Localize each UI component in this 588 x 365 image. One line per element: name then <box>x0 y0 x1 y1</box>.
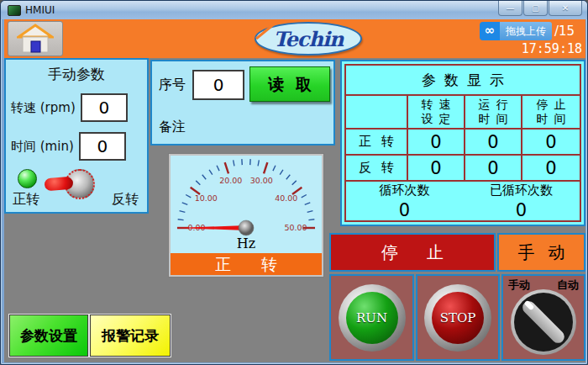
app-window: HMIUI — ▢ ✕ Techin ∞ 拖拽上传 /15 17:59:18 <box>0 0 588 365</box>
rotary-cell: 手动 自动 <box>501 274 585 361</box>
time-label: 时间 (min) <box>11 139 74 155</box>
stop-pushbutton-label: STOP <box>440 310 476 325</box>
direction-toggle[interactable] <box>58 166 95 203</box>
run-pushbutton-label: RUN <box>356 310 387 325</box>
forward-runtime-value: 0 <box>465 130 521 154</box>
stop-pushbutton[interactable]: STOP <box>424 284 491 352</box>
cycle-count-label: 循环次数 <box>346 182 463 198</box>
rotary-auto-label: 自动 <box>557 278 579 293</box>
svg-text:10.00: 10.00 <box>195 193 218 203</box>
col-header-run-line2: 时间 <box>473 112 514 126</box>
read-button[interactable]: 读取 <box>249 66 330 102</box>
speed-row: 转速 (rpm) <box>11 93 128 122</box>
reverse-label: 反转 <box>112 191 139 209</box>
minimize-icon: — <box>507 3 515 13</box>
run-pushbutton[interactable]: RUN <box>339 284 406 352</box>
param-settings-button[interactable]: 参数设置 <box>9 315 88 357</box>
row-label-forward: 正转 <box>346 130 407 154</box>
gauge-status-bar: 正转 <box>171 253 322 275</box>
forward-led <box>18 169 37 188</box>
time-row: 时间 (min) <box>11 132 126 161</box>
rotary-switch[interactable] <box>511 289 576 355</box>
forward-label: 正转 <box>13 191 39 209</box>
cycled-count-block: 已循环次数 0 <box>463 182 580 220</box>
gauge-needle <box>176 225 246 230</box>
hz-gauge: 0.0010.0020.0030.0040.0050.00Hz <box>171 156 322 251</box>
window-controls: — ▢ ✕ <box>497 1 582 16</box>
col-header-speed-line2: 设定 <box>416 112 457 126</box>
stop-button[interactable]: 停止 <box>329 233 496 272</box>
col-header-speed-line1: 转速 <box>416 98 457 112</box>
upload-badge-label: 拖拽上传 <box>500 22 552 40</box>
reverse-speed-value: 0 <box>408 156 464 180</box>
svg-text:50.00: 50.00 <box>284 223 307 232</box>
manual-mode-button[interactable]: 手动 <box>497 233 585 272</box>
reverse-stoptime-value: 0 <box>522 156 580 180</box>
upload-badge[interactable]: ∞ 拖拽上传 <box>480 22 552 40</box>
svg-text:40.00: 40.00 <box>275 193 297 203</box>
minimize-button[interactable]: — <box>498 1 522 16</box>
corner-cell <box>346 96 407 128</box>
serial-input[interactable] <box>192 70 244 100</box>
param-table: 参数显示 转速 设定 运行 时间 停止 时间 正转 0 0 0 反转 <box>344 64 581 222</box>
cycle-section: 循环次数 0 已循环次数 0 <box>346 182 580 220</box>
header-bar: Techin ∞ 拖拽上传 /15 17:59:18 <box>4 19 585 58</box>
rotary-knob-icon <box>514 293 573 352</box>
serial-panel: 序号 读取 备注 <box>150 60 335 145</box>
main-area: 变频器故障 仓门关闭 手动参数 转速 (rpm) 时间 (min) <box>4 58 585 362</box>
svg-text:20.00: 20.00 <box>219 176 242 185</box>
rotary-manual-label: 手动 <box>508 278 530 293</box>
speed-input[interactable] <box>81 93 128 122</box>
col-header-run: 运行 时间 <box>465 96 521 128</box>
col-header-stop: 停止 时间 <box>522 96 580 128</box>
forward-speed-value: 0 <box>408 130 464 154</box>
page-indicator: /15 <box>554 24 575 39</box>
logo-accent-icon <box>253 20 278 45</box>
param-table-title: 参数显示 <box>346 66 580 94</box>
run-cell: RUN <box>329 274 414 361</box>
logo-text: Techin <box>273 27 343 51</box>
home-icon <box>17 24 54 54</box>
reverse-runtime-value: 0 <box>465 156 521 180</box>
alarm-record-button[interactable]: 报警记录 <box>90 315 171 357</box>
col-header-stop-line2: 时间 <box>531 112 572 126</box>
col-header-stop-line1: 停止 <box>531 98 572 112</box>
window-title: HMIUI <box>25 4 55 16</box>
app-icon <box>8 5 21 16</box>
time-input[interactable] <box>79 132 126 161</box>
cycled-count-label: 已循环次数 <box>463 182 580 198</box>
close-icon: ✕ <box>562 3 569 13</box>
cycle-count-value: 0 <box>346 200 463 220</box>
svg-text:30.00: 30.00 <box>250 176 273 185</box>
techin-logo: Techin <box>255 22 362 56</box>
note-label: 备注 <box>159 119 186 136</box>
serial-label: 序号 <box>159 77 186 94</box>
maximize-button[interactable]: ▢ <box>523 1 548 16</box>
toggle-lever-icon <box>45 177 74 191</box>
forward-stoptime-value: 0 <box>522 130 580 154</box>
upload-icon: ∞ <box>480 22 500 40</box>
home-button[interactable] <box>8 21 63 56</box>
param-display-panel: 参数显示 转速 设定 运行 时间 停止 时间 正转 0 0 0 反转 <box>340 60 585 226</box>
close-button[interactable]: ✕ <box>549 1 582 16</box>
svg-text:Hz: Hz <box>237 235 255 251</box>
maximize-icon: ▢ <box>532 3 539 13</box>
cycle-count-block: 循环次数 0 <box>346 182 463 220</box>
row-label-reverse: 反转 <box>346 156 407 180</box>
stop-cell: STOP <box>416 274 500 361</box>
manual-params-title: 手动参数 <box>6 65 147 84</box>
hz-gauge-panel: 0.0010.0020.0030.0040.0050.00Hz 正转 <box>169 154 323 277</box>
col-header-run-line1: 运行 <box>473 98 514 112</box>
titlebar[interactable]: HMIUI — ▢ ✕ <box>1 1 588 19</box>
col-header-speed: 转速 设定 <box>408 96 464 128</box>
speed-label: 转速 (rpm) <box>11 100 76 116</box>
cycled-count-value: 0 <box>463 200 580 220</box>
manual-params-panel: 手动参数 转速 (rpm) 时间 (min) 正转 反转 <box>4 58 149 214</box>
clock: 17:59:18 <box>522 41 582 56</box>
